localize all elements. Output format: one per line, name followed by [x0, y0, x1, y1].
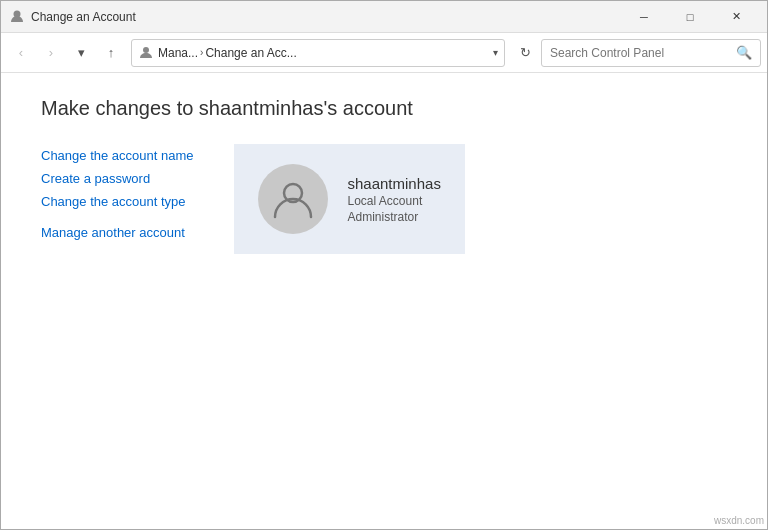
app-icon [9, 9, 25, 25]
account-name: shaantminhas [348, 175, 441, 192]
address-bar[interactable]: Mana... › Change an Acc... ▾ [131, 39, 505, 67]
address-part2: Change an Acc... [205, 46, 296, 60]
search-bar[interactable]: 🔍 [541, 39, 761, 67]
minimize-button[interactable]: ─ [621, 1, 667, 33]
address-separator: › [200, 47, 203, 58]
manage-account-link[interactable]: Manage another account [41, 221, 194, 244]
address-text: Mana... › Change an Acc... ▾ [158, 46, 498, 60]
avatar-icon [271, 177, 315, 221]
maximize-button[interactable]: □ [667, 1, 713, 33]
address-chevron-icon[interactable]: ▾ [493, 47, 498, 58]
page-heading: Make changes to shaantminhas's account [41, 97, 727, 120]
title-bar: Change an Account ─ □ ✕ [1, 1, 767, 33]
watermark: wsxdn.com [714, 515, 764, 526]
avatar [258, 164, 328, 234]
account-detail1: Local Account [348, 194, 441, 208]
address-part1: Mana... [158, 46, 198, 60]
up-button[interactable]: ↑ [97, 39, 125, 67]
create-password-link[interactable]: Create a password [41, 167, 194, 190]
account-detail2: Administrator [348, 210, 441, 224]
account-info: shaantminhas Local Account Administrator [348, 175, 441, 224]
links-section: Change the account name Create a passwor… [41, 144, 194, 254]
search-input[interactable] [550, 46, 736, 60]
forward-button[interactable]: › [37, 39, 65, 67]
search-icon[interactable]: 🔍 [736, 45, 752, 60]
content-layout: Change the account name Create a passwor… [41, 144, 727, 254]
nav-bar: ‹ › ▾ ↑ Mana... › Change an Acc... ▾ ↻ 🔍 [1, 33, 767, 73]
recent-button[interactable]: ▾ [67, 39, 95, 67]
close-button[interactable]: ✕ [713, 1, 759, 33]
title-bar-left: Change an Account [9, 9, 136, 25]
account-card: shaantminhas Local Account Administrator [234, 144, 465, 254]
svg-point-1 [143, 47, 149, 53]
refresh-button[interactable]: ↻ [511, 39, 539, 67]
change-type-link[interactable]: Change the account type [41, 190, 194, 213]
main-content: Make changes to shaantminhas's account C… [1, 73, 767, 278]
address-icon [138, 45, 154, 61]
back-button[interactable]: ‹ [7, 39, 35, 67]
title-bar-title: Change an Account [31, 10, 136, 24]
title-bar-controls: ─ □ ✕ [621, 1, 759, 33]
link-separator [41, 213, 194, 221]
change-name-link[interactable]: Change the account name [41, 144, 194, 167]
